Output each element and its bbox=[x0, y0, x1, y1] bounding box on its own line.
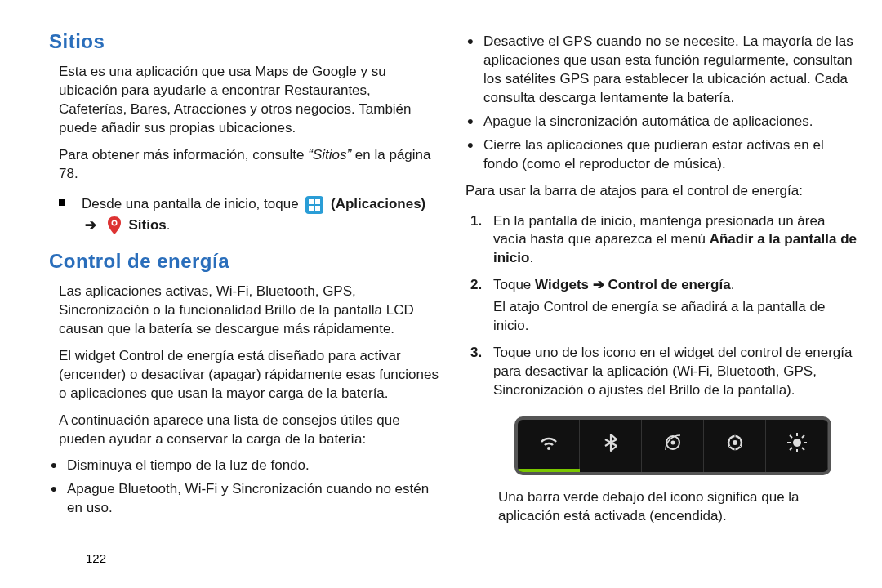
widget-wifi-toggle[interactable] bbox=[518, 420, 580, 472]
svg-rect-4 bbox=[315, 206, 320, 211]
manual-page: Sitios Esta es una aplicación que usa Ma… bbox=[0, 0, 882, 588]
sync-icon bbox=[724, 432, 746, 459]
tip-item: Cierre las aplicaciones que pudieran est… bbox=[466, 136, 858, 174]
widget-brightness-toggle[interactable] bbox=[766, 420, 828, 472]
svg-line-18 bbox=[802, 448, 804, 450]
shortcut-intro: Para usar la barra de atajos para el con… bbox=[466, 182, 858, 201]
step-number: 1. bbox=[470, 212, 482, 231]
text: Para obtener más información, consulte bbox=[59, 147, 308, 163]
brightness-icon bbox=[786, 431, 808, 460]
page-number: 122 bbox=[86, 550, 106, 567]
step-number: 2. bbox=[470, 276, 482, 295]
svg-rect-1 bbox=[309, 199, 314, 204]
svg-line-19 bbox=[790, 448, 792, 450]
power-p2: El widget Control de energía está diseña… bbox=[59, 347, 441, 403]
svg-point-6 bbox=[113, 221, 116, 225]
svg-line-17 bbox=[790, 435, 792, 438]
tips-list-left: Disminuya el tiempo de la luz de fondo. … bbox=[49, 454, 441, 523]
cross-ref: “Sitios” bbox=[308, 147, 351, 163]
square-bullet-icon bbox=[59, 199, 65, 206]
svg-point-9 bbox=[670, 441, 675, 445]
gps-icon bbox=[662, 432, 684, 459]
widget-sync-toggle[interactable] bbox=[704, 420, 766, 472]
text: . bbox=[731, 277, 735, 292]
sitios-label: Sitios bbox=[128, 217, 166, 233]
step-3: 3. Toque uno de los icono en el widget d… bbox=[470, 344, 858, 400]
step-2: 2. Toque Widgets ➔ Control de energía. E… bbox=[470, 276, 858, 336]
text: Toque bbox=[493, 277, 535, 292]
wifi-icon bbox=[538, 432, 559, 459]
svg-point-12 bbox=[793, 439, 801, 447]
instruction-bullet: Desde una pantalla de inicio, toque (Apl… bbox=[59, 194, 441, 235]
tip-item: Apague la sincronización automática de a… bbox=[466, 113, 858, 131]
tip-item: Desactive el GPS cuando no se necesite. … bbox=[466, 33, 858, 108]
arrow-icon: ➔ bbox=[85, 215, 96, 236]
text: Toque uno de los icono en el widget del … bbox=[493, 345, 852, 398]
svg-line-20 bbox=[802, 435, 804, 438]
heading-control-energia: Control de energía bbox=[49, 248, 441, 274]
widget-gps-toggle[interactable] bbox=[642, 420, 704, 472]
apps-grid-icon bbox=[305, 196, 323, 214]
path: Widgets ➔ Control de energía bbox=[535, 277, 731, 292]
svg-rect-3 bbox=[309, 206, 314, 211]
step-1: 1. En la pantalla de inicio, mantenga pr… bbox=[470, 212, 858, 269]
svg-rect-2 bbox=[315, 199, 320, 204]
period: . bbox=[167, 217, 171, 233]
sitios-description: Esta es una aplicación que usa Maps de G… bbox=[59, 63, 441, 138]
svg-point-7 bbox=[547, 447, 550, 450]
svg-point-11 bbox=[733, 440, 737, 445]
tip-item: Apague Bluetooth, Wi-Fi y Sincronización… bbox=[49, 480, 441, 518]
power-control-widget bbox=[514, 416, 831, 475]
sitios-more-info: Para obtener más información, consulte “… bbox=[59, 146, 441, 184]
text: Desde una pantalla de inicio, toque bbox=[82, 196, 302, 212]
bluetooth-icon bbox=[600, 432, 621, 459]
right-column: Desactive el GPS cuando no se necesite. … bbox=[466, 29, 858, 572]
numbered-steps: 1. En la pantalla de inicio, mantenga pr… bbox=[470, 209, 858, 408]
left-column: Sitios Esta es una aplicación que usa Ma… bbox=[49, 29, 441, 572]
svg-rect-0 bbox=[305, 196, 323, 214]
apps-label: (Aplicaciones) bbox=[331, 196, 425, 212]
text: . bbox=[529, 250, 533, 265]
places-pin-icon bbox=[107, 216, 122, 234]
widget-active-indicator bbox=[518, 469, 580, 472]
step-number: 3. bbox=[470, 344, 482, 363]
heading-sitios: Sitios bbox=[49, 29, 441, 55]
instruction-text: Desde una pantalla de inicio, toque (Apl… bbox=[82, 194, 425, 235]
tip-item: Disminuya el tiempo de la luz de fondo. bbox=[49, 457, 441, 475]
widget-bluetooth-toggle[interactable] bbox=[580, 420, 642, 472]
tips-list-right: Desactive el GPS cuando no se necesite. … bbox=[466, 30, 858, 179]
widget-caption: Una barra verde debajo del icono signifi… bbox=[498, 488, 858, 526]
power-p3: A continuación aparece una lista de cons… bbox=[59, 412, 441, 449]
step-2-sub: El atajo Control de energía se añadirá a… bbox=[493, 298, 858, 336]
power-p1: Las aplicaciones activas, Wi-Fi, Bluetoo… bbox=[59, 283, 441, 339]
